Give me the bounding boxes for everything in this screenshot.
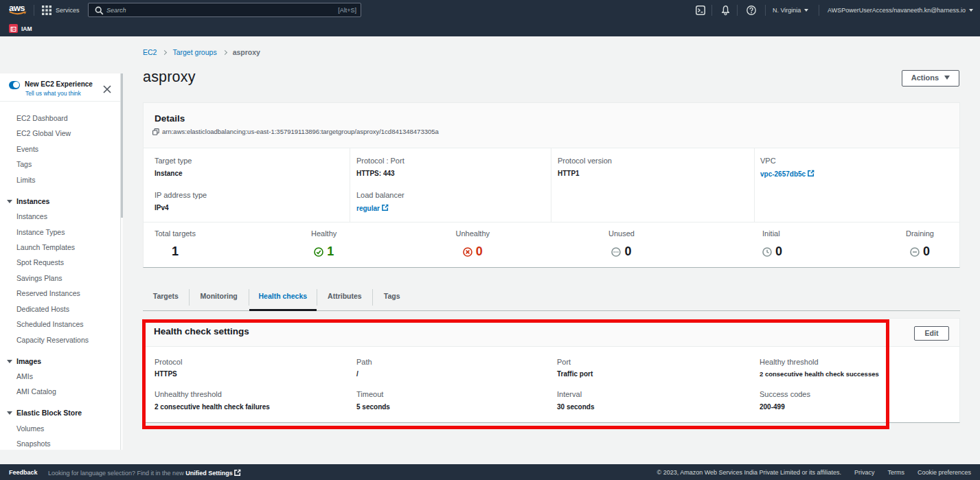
svg-text:aws: aws [9, 3, 25, 13]
